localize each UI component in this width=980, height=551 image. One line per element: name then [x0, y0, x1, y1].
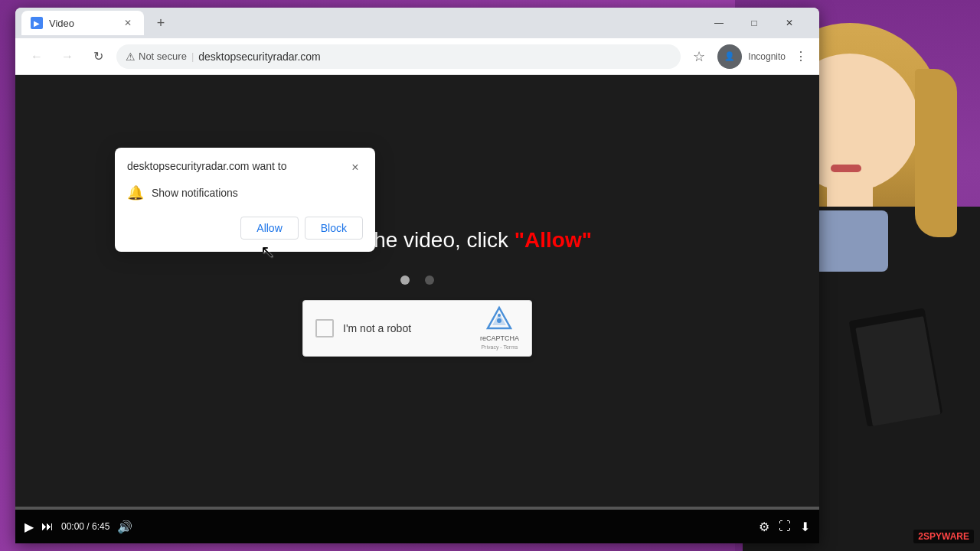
popup-title: desktopsecurityradar.com want to — [127, 160, 287, 172]
not-secure-badge: ⚠ Not secure | desktopsecurityradar.com — [126, 51, 321, 63]
volume-button[interactable]: 🔊 — [117, 520, 132, 534]
browser-window: ▶ Video ✕ + — □ ✕ ← → ↻ ⚠ Not secure | d… — [15, 8, 819, 543]
close-button[interactable]: ✕ — [772, 11, 807, 35]
separator: | — [191, 51, 194, 62]
settings-button[interactable]: ⚙ — [759, 520, 769, 534]
tab-close-button[interactable]: ✕ — [121, 16, 135, 30]
title-bar: ▶ Video ✕ + — □ ✕ — [15, 8, 819, 38]
dots-indicator — [400, 276, 434, 285]
dot-2 — [425, 276, 434, 285]
permission-popup: desktopsecurityradar.com want to × 🔔 Sho… — [115, 148, 375, 252]
video-controls: ▶ ⏭ 00:00 / 6:45 🔊 ⚙ ⛶ ⬇ — [15, 510, 819, 543]
bell-icon: 🔔 — [127, 184, 144, 201]
tab-favicon: ▶ — [31, 17, 43, 29]
back-button[interactable]: ← — [24, 44, 49, 69]
new-tab-button[interactable]: + — [150, 12, 172, 34]
recaptcha-sub-text: Privacy - Terms — [481, 344, 518, 350]
url-text: desktopsecurityradar.com — [198, 51, 321, 63]
incognito-icon: 👤 — [724, 51, 735, 61]
address-bar: ← → ↻ ⚠ Not secure | desktopsecurityrada… — [15, 38, 819, 75]
popup-close-button[interactable]: × — [348, 160, 363, 175]
browser-tab[interactable]: ▶ Video ✕ — [21, 11, 144, 35]
notification-label: Show notifications — [152, 187, 238, 199]
recaptcha-icon — [485, 305, 513, 333]
popup-header: desktopsecurityradar.com want to × — [127, 160, 363, 175]
window-controls: — □ ✕ — [701, 11, 807, 35]
svg-point-0 — [497, 318, 501, 323]
video-text-highlight: "Allow" — [514, 228, 592, 252]
block-button[interactable]: Block — [305, 217, 363, 240]
minimize-button[interactable]: — — [701, 11, 737, 35]
video-progress-bar[interactable] — [15, 507, 819, 510]
svg-point-1 — [498, 314, 501, 317]
allow-button[interactable]: Allow — [240, 217, 298, 240]
not-secure-text: Not secure — [139, 51, 187, 62]
next-button[interactable]: ⏭ — [41, 520, 54, 533]
recaptcha-logo: reCAPTCHA Privacy - Terms — [480, 305, 519, 350]
video-player: To access to the video, click "Allow" I'… — [15, 75, 819, 543]
watermark: 2SPYWARE — [913, 530, 974, 543]
url-bar[interactable]: ⚠ Not secure | desktopsecurityradar.com — [116, 44, 681, 69]
tab-title: Video — [49, 18, 115, 29]
download-button[interactable]: ⬇ — [800, 520, 810, 534]
play-button[interactable]: ▶ — [24, 520, 34, 534]
forward-button[interactable]: → — [55, 44, 80, 69]
incognito-label: Incognito — [748, 51, 786, 62]
time-current: 00:00 — [61, 521, 84, 532]
bookmark-button[interactable]: ☆ — [687, 44, 711, 69]
fullscreen-button[interactable]: ⛶ — [779, 520, 791, 533]
dot-1 — [400, 276, 410, 285]
menu-button[interactable]: ⋮ — [792, 47, 810, 66]
time-total: 6:45 — [92, 521, 109, 532]
maximize-button[interactable]: □ — [737, 11, 772, 35]
recaptcha-brand-text: reCAPTCHA — [480, 334, 519, 343]
controls-right: ⚙ ⛶ ⬇ — [759, 520, 810, 534]
time-display: 00:00 / 6:45 — [61, 521, 109, 532]
refresh-button[interactable]: ↻ — [86, 44, 110, 69]
video-main-area: To access to the video, click "Allow" I'… — [15, 75, 819, 510]
recaptcha-label: I'm not a robot — [343, 322, 471, 334]
popup-buttons: Allow Block — [127, 217, 363, 240]
profile-button[interactable]: 👤 — [717, 44, 742, 69]
content-area: To access to the video, click "Allow" I'… — [15, 75, 819, 543]
recaptcha-widget[interactable]: I'm not a robot reCAPTCHA Privacy - Term… — [302, 300, 532, 357]
recaptcha-checkbox[interactable] — [315, 319, 334, 337]
popup-notification-row: 🔔 Show notifications — [127, 184, 363, 201]
warning-icon: ⚠ — [126, 51, 136, 63]
